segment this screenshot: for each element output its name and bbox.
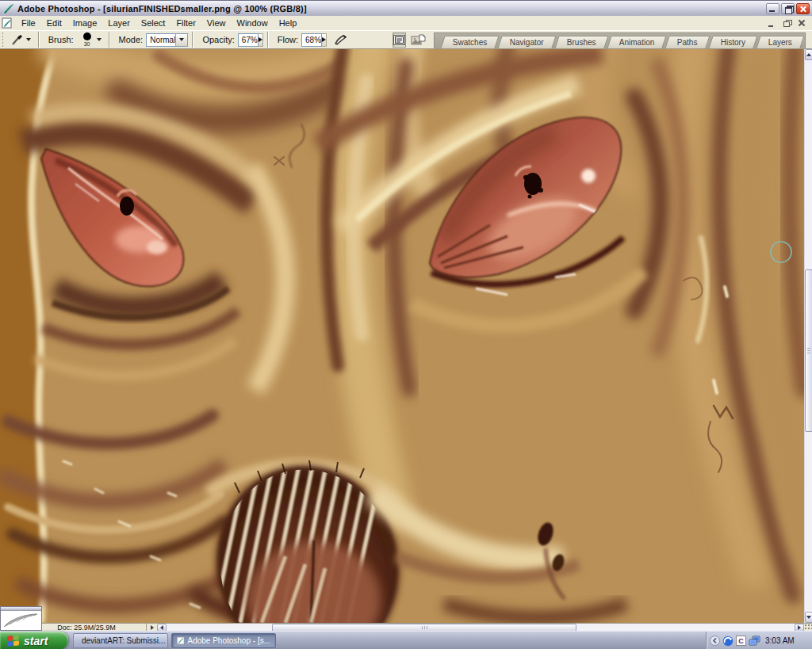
c-program-tray-icon[interactable]: C	[736, 636, 746, 646]
scroll-down-button[interactable]	[805, 612, 812, 623]
vertical-scrollbar[interactable]	[804, 49, 812, 623]
brush-size-value: 30	[84, 41, 90, 47]
close-button[interactable]	[796, 3, 810, 14]
mode-dropdown-button[interactable]	[175, 34, 187, 46]
tab-animation[interactable]: Animation	[607, 36, 667, 48]
restore-button[interactable]	[781, 3, 795, 14]
menu-file[interactable]: File	[16, 17, 41, 29]
mode-select[interactable]: Normal	[146, 33, 188, 47]
file-browser-button[interactable]	[411, 32, 426, 48]
window-title: Adobe Photoshop - [silurianFINISHEDsmall…	[17, 4, 307, 13]
swirl-tray-icon[interactable]	[722, 636, 733, 647]
menu-layer[interactable]: Layer	[102, 17, 136, 29]
feather-preview-window[interactable]	[0, 606, 42, 631]
airbrush-icon	[334, 33, 348, 46]
scroll-up-button[interactable]	[805, 49, 812, 60]
airbrush-toggle-button[interactable]	[331, 32, 351, 48]
opacity-label: Opacity:	[202, 35, 234, 44]
separator	[109, 32, 110, 48]
start-label: start	[24, 635, 48, 647]
flow-label: Flow:	[278, 35, 298, 44]
mode-label: Mode:	[119, 35, 144, 44]
document-icon	[2, 17, 13, 29]
status-popup-button[interactable]	[147, 624, 157, 631]
vertical-scroll-thumb[interactable]	[805, 269, 812, 432]
menu-window[interactable]: Window	[232, 17, 274, 29]
clock: 3:03 AM	[765, 636, 795, 645]
opacity-field[interactable]: 67%	[238, 33, 259, 47]
brush-preset-caret-icon	[97, 38, 102, 41]
tab-swatches[interactable]: Swatches	[440, 36, 500, 48]
tab-history[interactable]: History	[708, 36, 757, 48]
flow-slider-button[interactable]	[322, 33, 327, 47]
taskbar-item-deviantart[interactable]: deviantART: Submissi...	[73, 633, 168, 648]
brush-preview: 30	[80, 32, 94, 47]
photoshop-task-icon	[177, 636, 184, 646]
photoshop-app-icon	[2, 2, 14, 14]
menu-view[interactable]: View	[201, 17, 232, 29]
brush-preset-picker[interactable]: 30	[77, 31, 105, 48]
brush-label: Brush:	[48, 35, 74, 44]
brush-tip-icon	[83, 32, 91, 40]
tab-layers[interactable]: Layers	[756, 36, 804, 48]
doc-restore-button[interactable]	[782, 19, 792, 28]
tab-paths[interactable]: Paths	[665, 36, 710, 48]
feather-sketch-icon	[1, 611, 41, 630]
palette-list-icon	[393, 35, 405, 45]
minimize-button[interactable]	[766, 3, 779, 14]
hide-icons-chevron-icon[interactable]	[710, 636, 720, 646]
separator	[38, 32, 40, 48]
menu-help[interactable]: Help	[274, 17, 303, 29]
menu-bar: File Edit Image Layer Select Filter View…	[0, 16, 812, 30]
task-label: Adobe Photoshop - [s...	[187, 636, 270, 645]
brush-tool-caret-icon	[26, 38, 31, 41]
palette-well: Swatches Navigator Brushes Animation Pat…	[434, 32, 806, 48]
options-bar-grip[interactable]	[2, 32, 3, 48]
doc-close-button[interactable]	[797, 19, 807, 28]
start-button[interactable]: start	[0, 632, 68, 649]
options-bar: Brush: 30 Mode: Normal Opacity: 67% Flow…	[0, 30, 812, 49]
title-bar: Adobe Photoshop - [silurianFINISHEDsmall…	[0, 0, 812, 16]
tab-brushes[interactable]: Brushes	[555, 36, 609, 48]
document-workspace: Doc: 25.9M/25.9M	[0, 49, 812, 631]
mode-value: Normal	[147, 36, 175, 44]
taskbar: start deviantART: Submissi... Adobe Phot…	[0, 631, 812, 649]
doc-minimize-button[interactable]	[767, 19, 777, 28]
separator	[192, 32, 193, 48]
menu-edit[interactable]: Edit	[41, 17, 67, 29]
brush-tool-button[interactable]	[7, 32, 34, 48]
flow-field[interactable]: 68%	[301, 33, 322, 47]
brush-tool-icon	[10, 33, 24, 47]
system-tray: C 3:03 AM	[706, 632, 812, 649]
menu-filter[interactable]: Filter	[170, 17, 201, 29]
network-tray-icon[interactable]	[749, 636, 760, 646]
tab-navigator[interactable]: Navigator	[498, 36, 557, 48]
menu-image[interactable]: Image	[67, 17, 103, 29]
separator	[267, 32, 269, 48]
canvas-image[interactable]	[0, 49, 804, 623]
taskbar-item-photoshop[interactable]: Adobe Photoshop - [s...	[171, 633, 276, 648]
menu-select[interactable]: Select	[136, 17, 171, 29]
status-bar: Doc: 25.9M/25.9M	[0, 623, 812, 631]
palette-toggle-button[interactable]	[393, 32, 406, 48]
windows-flag-icon	[6, 634, 20, 647]
file-browser-icon	[411, 33, 426, 46]
opacity-slider-button[interactable]	[259, 33, 263, 47]
task-label: deviantART: Submissi...	[82, 636, 165, 645]
